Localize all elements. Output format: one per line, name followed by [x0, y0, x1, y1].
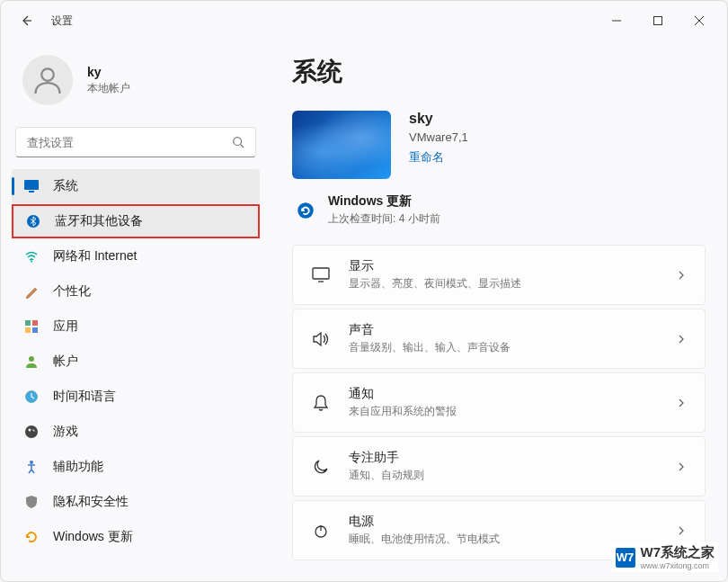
- svg-rect-10: [32, 327, 38, 333]
- app-title: 设置: [51, 13, 73, 29]
- svg-point-11: [29, 356, 34, 362]
- network-icon: [22, 247, 40, 265]
- chevron-right-icon: [676, 525, 687, 536]
- setting-row-notifications[interactable]: 通知 来自应用和系统的警报: [292, 372, 706, 433]
- sidebar-item-apps[interactable]: 应用: [12, 309, 260, 344]
- sidebar-item-network[interactable]: 网络和 Internet: [12, 239, 260, 273]
- user-section[interactable]: ky 本地帐户: [12, 40, 260, 127]
- svg-rect-8: [32, 320, 38, 326]
- system-icon: [22, 177, 40, 195]
- sidebar-item-gaming[interactable]: 游戏: [12, 415, 260, 449]
- svg-rect-7: [25, 320, 31, 326]
- page-title: 系统: [292, 40, 706, 111]
- update-icon: [22, 528, 40, 546]
- display-icon: [311, 265, 331, 285]
- device-model: VMware7,1: [409, 130, 468, 144]
- row-text: 通知 来自应用和系统的警报: [349, 386, 676, 419]
- nav-label: 应用: [53, 318, 78, 335]
- bluetooth-icon: [24, 212, 42, 230]
- row-sub: 音量级别、输出、输入、声音设备: [349, 340, 676, 355]
- row-title: 通知: [349, 386, 676, 402]
- setting-row-display[interactable]: 显示 显示器、亮度、夜间模式、显示描述: [292, 245, 706, 305]
- user-name: ky: [87, 65, 130, 79]
- minimize-icon: [612, 16, 621, 25]
- watermark-badge: W7: [616, 548, 635, 568]
- search-box[interactable]: [15, 127, 256, 157]
- svg-rect-9: [25, 327, 31, 333]
- sidebar-item-system[interactable]: 系统: [12, 169, 260, 203]
- svg-rect-16: [313, 268, 329, 279]
- watermark-sub: www.w7xitong.com: [641, 561, 715, 570]
- sidebar-item-time[interactable]: 时间和语言: [12, 380, 260, 414]
- user-info: ky 本地帐户: [87, 65, 130, 96]
- nav-label: 网络和 Internet: [53, 248, 137, 264]
- privacy-icon: [22, 493, 40, 511]
- sidebar-item-privacy[interactable]: 隐私和安全性: [12, 485, 260, 519]
- device-name: sky: [409, 111, 468, 127]
- time-icon: [22, 388, 40, 406]
- nav-label: Windows 更新: [53, 529, 133, 545]
- chevron-right-icon: [676, 461, 687, 472]
- svg-rect-4: [29, 191, 34, 193]
- setting-row-sound[interactable]: 声音 音量级别、输出、输入、声音设备: [292, 309, 706, 369]
- chevron-right-icon: [676, 334, 687, 345]
- notifications-icon: [311, 393, 331, 413]
- power-icon: [311, 521, 331, 541]
- accounts-icon: [22, 353, 40, 371]
- svg-point-2: [234, 138, 242, 146]
- titlebar: 设置: [1, 1, 727, 40]
- minimize-button[interactable]: [596, 6, 637, 35]
- nav-label: 隐私和安全性: [53, 494, 129, 510]
- user-type: 本地帐户: [87, 81, 130, 96]
- rename-link[interactable]: 重命名: [409, 149, 444, 166]
- maximize-icon: [653, 16, 662, 25]
- svg-point-15: [297, 202, 314, 219]
- nav-label: 个性化: [53, 283, 91, 300]
- nav-label: 蓝牙和其他设备: [55, 213, 143, 229]
- row-text: 显示 显示器、亮度、夜间模式、显示描述: [349, 258, 676, 291]
- svg-point-6: [31, 261, 32, 263]
- sidebar-item-accessibility[interactable]: 辅助功能: [12, 450, 260, 484]
- sidebar: ky 本地帐户 系统 蓝牙和其他设备 网络和 In: [1, 40, 271, 581]
- sidebar-item-personalize[interactable]: 个性化: [12, 274, 260, 309]
- window-controls: [596, 6, 720, 35]
- svg-rect-0: [654, 17, 662, 25]
- row-title: 声音: [349, 322, 676, 338]
- row-sub: 显示器、亮度、夜间模式、显示描述: [349, 276, 676, 291]
- setting-row-focus[interactable]: 专注助手 通知、自动规则: [292, 436, 706, 497]
- chevron-right-icon: [676, 398, 687, 408]
- device-section: sky VMware7,1 重命名: [292, 111, 706, 179]
- svg-point-14: [30, 461, 33, 464]
- settings-window: 设置 ky 本地帐户: [0, 0, 728, 582]
- sidebar-item-accounts[interactable]: 帐户: [12, 345, 260, 379]
- update-info: Windows 更新 上次检查时间: 4 小时前: [328, 193, 440, 227]
- close-button[interactable]: [679, 6, 720, 35]
- sidebar-item-bluetooth[interactable]: 蓝牙和其他设备: [12, 204, 260, 238]
- apps-icon: [22, 318, 40, 336]
- content-area: ky 本地帐户 系统 蓝牙和其他设备 网络和 In: [1, 40, 727, 581]
- watermark-text: W7系统之家: [641, 544, 715, 561]
- svg-point-1: [41, 68, 54, 81]
- focus-icon: [311, 457, 331, 477]
- settings-list: 显示 显示器、亮度、夜间模式、显示描述 声音 音量级别、输出、输入、声音设备: [292, 245, 706, 560]
- main-content: 系统 sky VMware7,1 重命名 Windows 更新 上次检查时间: …: [271, 40, 727, 581]
- update-sub: 上次检查时间: 4 小时前: [328, 211, 440, 227]
- watermark: W7 W7系统之家 www.w7xitong.com: [612, 542, 719, 572]
- search-input[interactable]: [27, 136, 232, 149]
- close-icon: [695, 16, 704, 25]
- update-section[interactable]: Windows 更新 上次检查时间: 4 小时前: [292, 190, 706, 245]
- row-sub: 通知、自动规则: [349, 468, 676, 483]
- update-title: Windows 更新: [328, 193, 440, 210]
- maximize-button[interactable]: [637, 6, 679, 35]
- back-button[interactable]: [8, 3, 44, 39]
- device-thumbnail[interactable]: [292, 111, 391, 179]
- windows-update-icon: [296, 201, 315, 220]
- row-title: 专注助手: [349, 450, 676, 466]
- back-arrow-icon: [19, 13, 33, 28]
- sidebar-item-update[interactable]: Windows 更新: [12, 520, 260, 554]
- svg-point-13: [25, 425, 38, 438]
- nav-label: 帐户: [53, 354, 78, 370]
- search-icon: [232, 136, 244, 148]
- row-sub: 来自应用和系统的警报: [349, 404, 676, 419]
- row-text: 声音 音量级别、输出、输入、声音设备: [349, 322, 676, 355]
